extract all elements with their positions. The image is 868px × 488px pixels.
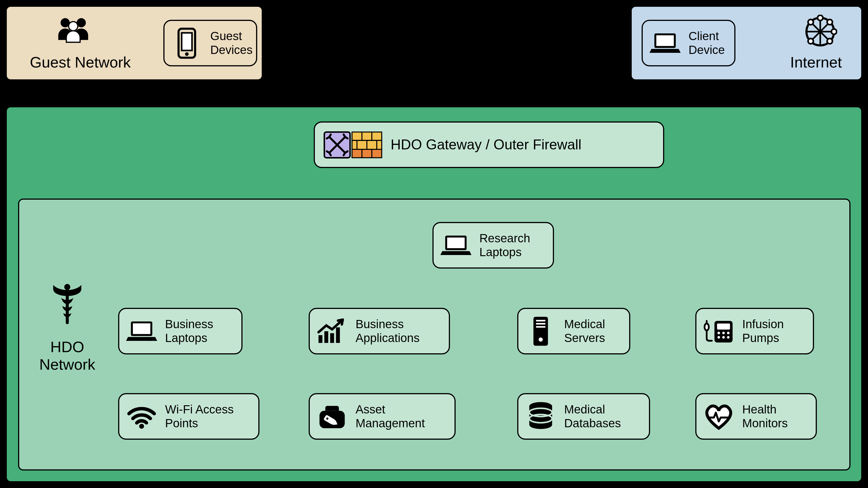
connector	[257, 42, 642, 44]
laptop-icon	[650, 28, 681, 59]
health-monitors-label: Health Monitors	[742, 403, 788, 430]
business-laptops-label: Business Laptops	[165, 318, 213, 345]
globe-network-icon	[803, 15, 837, 50]
svg-point-18	[185, 52, 189, 56]
briefcase-tag-icon	[316, 401, 348, 432]
smartphone-icon	[171, 28, 203, 59]
heart-monitor-icon	[703, 401, 734, 432]
svg-point-8	[808, 20, 813, 25]
wifi-aps-node: Wi-Fi Access Points	[118, 393, 259, 440]
router-firewall-icon	[323, 129, 383, 160]
research-laptops-label: Research Laptops	[479, 232, 530, 259]
infusion-pumps-node: Infusion Pumps	[695, 308, 814, 354]
svg-point-55	[727, 336, 730, 338]
svg-point-51	[722, 331, 725, 334]
svg-point-13	[831, 29, 837, 34]
svg-rect-43	[536, 320, 546, 321]
business-apps-label: Business Applications	[355, 318, 420, 345]
svg-point-46	[539, 337, 543, 342]
medical-db-node: Medical Databases	[517, 393, 650, 440]
business-laptops-node: Business Laptops	[118, 308, 243, 354]
svg-rect-49	[717, 323, 730, 329]
svg-rect-26	[352, 149, 382, 158]
asset-mgmt-node: Asset Management	[309, 393, 456, 440]
medical-servers-node: Medical Servers	[517, 308, 630, 354]
svg-rect-35	[447, 237, 465, 248]
svg-point-10	[808, 38, 813, 44]
svg-point-9	[827, 20, 832, 25]
infusion-pump-icon	[703, 316, 734, 347]
people-icon	[55, 15, 92, 47]
svg-rect-24	[352, 132, 382, 140]
guest-network-title: Guest Network	[29, 53, 131, 71]
wifi-aps-label: Wi-Fi Access Points	[165, 403, 234, 430]
svg-point-11	[827, 38, 832, 44]
svg-rect-39	[324, 331, 329, 343]
svg-point-50	[717, 331, 720, 334]
research-laptops-node: Research Laptops	[432, 222, 554, 268]
svg-rect-40	[330, 333, 334, 343]
server-tower-icon	[525, 316, 556, 347]
bar-chart-trend-icon	[316, 316, 348, 347]
laptop-icon	[126, 316, 157, 347]
infusion-pumps-label: Infusion Pumps	[742, 318, 784, 345]
svg-rect-45	[536, 326, 546, 328]
svg-point-47	[705, 323, 709, 330]
svg-rect-37	[133, 323, 150, 334]
svg-rect-41	[336, 327, 340, 343]
laptop-icon	[440, 230, 471, 261]
svg-point-53	[717, 336, 720, 338]
svg-rect-38	[318, 335, 322, 343]
svg-rect-44	[536, 323, 546, 324]
client-device-node: Client Device	[642, 20, 736, 66]
gateway-node: HDO Gateway / Outer Firewall	[314, 122, 664, 168]
medical-servers-label: Medical Servers	[564, 318, 605, 345]
client-device-label: Client Device	[688, 29, 725, 57]
svg-rect-17	[182, 33, 192, 50]
gateway-label: HDO Gateway / Outer Firewall	[391, 137, 581, 153]
database-icon	[525, 401, 556, 432]
svg-point-54	[722, 336, 725, 338]
svg-point-12	[818, 15, 823, 21]
guest-devices-node: Guest Devices	[163, 20, 257, 66]
medical-db-label: Medical Databases	[564, 403, 621, 430]
caduceus-icon	[52, 283, 83, 329]
svg-rect-20	[656, 35, 674, 46]
health-monitors-node: Health Monitors	[695, 393, 817, 440]
hdo-network-title: HDO Network	[31, 338, 104, 373]
wifi-icon	[126, 401, 157, 432]
internet-title: Internet	[781, 53, 851, 71]
business-apps-node: Business Applications	[309, 308, 450, 354]
svg-point-56	[139, 424, 144, 428]
svg-point-2	[69, 22, 78, 31]
guest-devices-label: Guest Devices	[210, 29, 252, 57]
svg-point-52	[727, 331, 730, 334]
asset-mgmt-label: Asset Management	[355, 403, 425, 430]
